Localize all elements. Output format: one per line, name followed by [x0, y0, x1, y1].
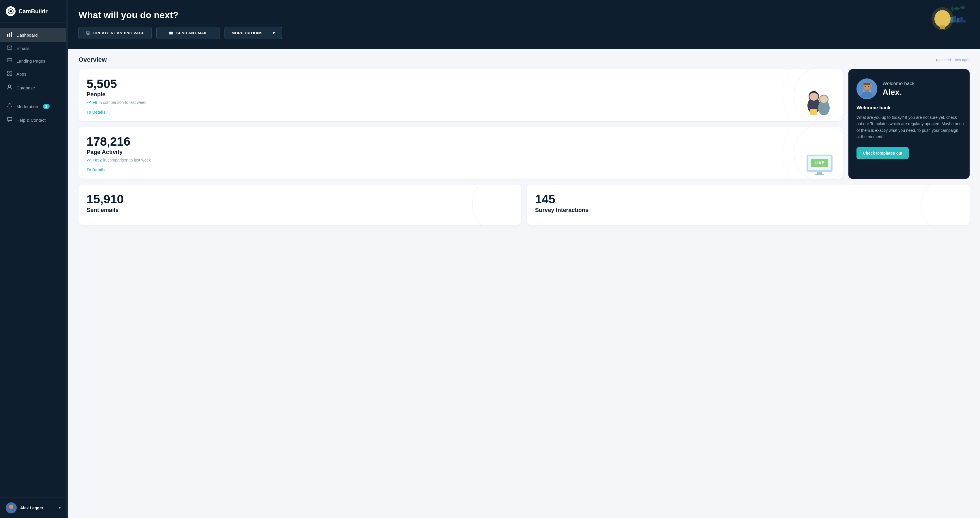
create-landing-label: CREATE A LANDING PAGE: [94, 31, 145, 35]
logo[interactable]: CamBuildr: [0, 0, 66, 23]
overview-title: Overview: [78, 56, 107, 64]
sidebar-item-label: Emails: [16, 46, 29, 51]
email-icon: ✉️: [169, 31, 173, 35]
page-activity-label: Page Activity: [87, 149, 835, 156]
sidebar: CamBuildr Dashboard Emails Landing Pages: [0, 0, 66, 518]
stats-left: 5,505 People +6 in comparison to last we…: [78, 69, 843, 179]
comparison-text: in comparison to last week: [103, 158, 151, 162]
svg-rect-46: [863, 89, 865, 92]
people-label: People: [87, 91, 835, 98]
page-activity-comparison: +852 in comparison to last week: [87, 158, 835, 162]
bar-chart-icon: [6, 32, 13, 38]
grid-icon: [6, 71, 13, 77]
trend-icon: [87, 158, 91, 162]
trend-icon: [87, 101, 91, 104]
stat-card-people: 5,505 People +6 in comparison to last we…: [78, 69, 843, 121]
user-info: Alex Lagger: [20, 505, 43, 510]
sidebar-nav: Dashboard Emails Landing Pages Apps: [0, 23, 66, 497]
landing-page-icon: 🖥️: [86, 31, 91, 35]
person-icon: [6, 84, 13, 91]
stat-card-sent-emails: 15,910 Sent emails: [78, 184, 521, 225]
hero-title: What will you do next?: [78, 10, 970, 21]
sidebar-item-dashboard[interactable]: Dashboard: [0, 28, 66, 42]
more-options-label: MORE OPTIONS: [232, 31, 262, 35]
moderation-badge: 2: [43, 104, 49, 109]
svg-point-44: [868, 86, 869, 87]
sidebar-divider: [0, 97, 66, 97]
svg-point-1: [10, 10, 12, 13]
comparison-value: +6: [92, 100, 97, 105]
svg-rect-39: [815, 174, 824, 175]
send-email-label: SEND AN EMAIL: [176, 31, 208, 35]
comment-icon: [6, 117, 13, 123]
svg-rect-38: [817, 172, 822, 174]
bell-icon: [6, 103, 13, 110]
svg-rect-10: [8, 74, 9, 76]
sidebar-item-database[interactable]: Database: [0, 81, 66, 95]
welcome-top: Welcome back Alex.: [856, 78, 961, 99]
svg-rect-8: [8, 71, 9, 73]
svg-rect-4: [11, 32, 12, 37]
sidebar-item-apps[interactable]: Apps: [0, 67, 66, 81]
svg-rect-13: [8, 118, 12, 121]
svg-rect-7: [7, 60, 12, 60]
overview-section: Overview (updated 1 day ago) 5,505 Peopl…: [68, 49, 980, 232]
svg-rect-3: [9, 33, 10, 37]
more-options-button[interactable]: MORE OPTIONS ▾: [224, 27, 282, 39]
sidebar-item-label: Landing Pages: [16, 59, 45, 64]
sent-emails-count: 15,910: [87, 193, 513, 206]
svg-rect-42: [864, 83, 870, 85]
welcome-card: Welcome back Alex. Welcome back What are…: [848, 69, 970, 179]
sidebar-item-help-contact[interactable]: Help & Contact: [0, 113, 66, 127]
svg-point-16: [9, 505, 13, 509]
email-icon: [6, 46, 13, 51]
comparison-value: +852: [92, 158, 102, 162]
svg-rect-37: [812, 167, 816, 169]
send-email-button[interactable]: ✉️ SEND AN EMAIL: [156, 27, 220, 39]
overview-header: Overview (updated 1 day ago): [78, 56, 970, 64]
chevron-right-icon[interactable]: ›: [963, 120, 964, 128]
survey-count: 145: [535, 193, 961, 206]
logo-icon: [6, 6, 16, 16]
welcome-greeting: Welcome back: [883, 81, 915, 87]
svg-point-43: [865, 86, 866, 87]
stat-card-page-activity: 178,216 Page Activity +852 in comparison…: [78, 127, 843, 179]
chevron-down-icon: ▾: [273, 31, 275, 35]
svg-point-12: [8, 85, 11, 87]
people-details-link[interactable]: To Details: [87, 110, 106, 114]
svg-point-31: [820, 95, 827, 103]
logo-text: CamBuildr: [19, 8, 48, 15]
svg-rect-47: [869, 89, 871, 92]
svg-rect-9: [10, 71, 12, 73]
svg-rect-11: [10, 74, 12, 76]
welcome-description: What are you up to today? If you are not…: [856, 114, 961, 140]
sidebar-item-label: Moderation: [16, 104, 38, 109]
svg-rect-2: [7, 34, 8, 37]
credit-card-icon: [6, 58, 13, 64]
survey-label: Survey Interactions: [535, 207, 961, 213]
stat-card-survey-interactions: 145 Survey Interactions: [527, 184, 970, 225]
main-content: What will you do next? 🖥️ CREATE A LANDI…: [68, 0, 980, 518]
sidebar-item-label: Help & Contact: [16, 118, 46, 122]
hero-actions: 🖥️ CREATE A LANDING PAGE ✉️ SEND AN EMAI…: [78, 27, 970, 39]
overview-updated: (updated 1 day ago): [936, 58, 970, 62]
sidebar-item-landing-pages[interactable]: Landing Pages: [0, 54, 66, 67]
sidebar-item-label: Apps: [16, 72, 26, 76]
check-templates-button[interactable]: Check templates out: [856, 147, 909, 159]
welcome-greeting-block: Welcome back Alex.: [883, 81, 915, 97]
welcome-avatar: [856, 78, 877, 99]
svg-rect-45: [865, 89, 869, 89]
page-activity-details-link[interactable]: To Details: [87, 168, 106, 172]
create-landing-page-button[interactable]: 🖥️ CREATE A LANDING PAGE: [78, 27, 152, 39]
sidebar-item-moderation[interactable]: Moderation 2: [0, 100, 66, 113]
people-comparison: +6 in comparison to last week: [87, 100, 835, 105]
live-illustration: LIVE: [802, 149, 837, 179]
user-profile[interactable]: Alex Lagger ▾: [0, 497, 66, 518]
sidebar-item-label: Database: [16, 85, 35, 90]
svg-rect-32: [810, 109, 817, 115]
sidebar-item-label: Dashboard: [16, 33, 38, 38]
sidebar-item-emails[interactable]: Emails: [0, 42, 66, 54]
comparison-text: in comparison to last week: [99, 100, 146, 105]
welcome-name: Alex.: [883, 88, 915, 97]
welcome-subtitle: Welcome back: [856, 105, 961, 111]
